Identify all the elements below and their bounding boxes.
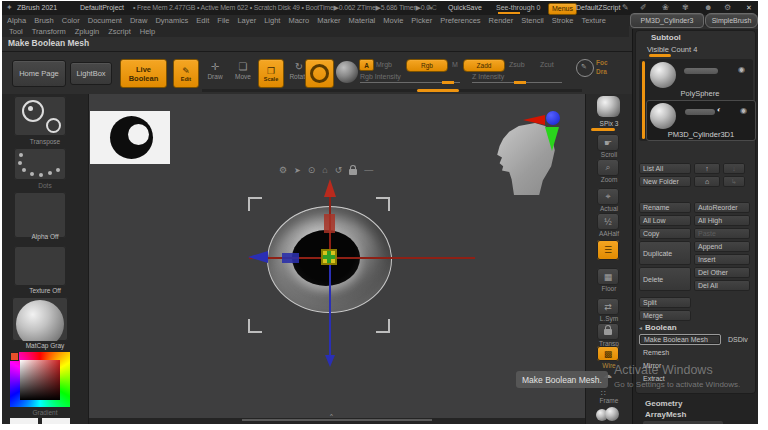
menu-macro[interactable]: Macro bbox=[288, 16, 309, 25]
current-brush-button[interactable]: SimpleBrush bbox=[705, 13, 758, 28]
zadd-slider[interactable]: Zadd bbox=[463, 59, 505, 72]
menu-tool[interactable]: Tool bbox=[9, 27, 23, 36]
bottom-tray-divider[interactable]: ^ bbox=[242, 419, 432, 421]
color-swatch-secondary[interactable] bbox=[42, 418, 70, 424]
stroke-thumbnail[interactable] bbox=[14, 148, 66, 180]
rgb-intensity-slider-nub[interactable] bbox=[442, 81, 454, 84]
wire-button[interactable]: ▩ bbox=[597, 346, 619, 361]
gizmo-red-handle[interactable] bbox=[324, 214, 335, 233]
color-swatch-primary[interactable] bbox=[10, 418, 38, 424]
z-intensity-slider-nub[interactable] bbox=[514, 81, 526, 84]
menu-zscript[interactable]: Zscript bbox=[108, 27, 131, 36]
subtool-widget-dashes[interactable] bbox=[685, 109, 715, 115]
scroll-button[interactable]: ☛ bbox=[597, 134, 619, 151]
material-sphere-icon[interactable] bbox=[336, 61, 358, 83]
menu-draw[interactable]: Draw bbox=[130, 16, 148, 25]
menu-file[interactable]: File bbox=[217, 16, 229, 25]
menus-button[interactable]: Menus bbox=[548, 3, 577, 15]
clipped-section-header[interactable] bbox=[643, 421, 723, 424]
delete-button[interactable]: Delete bbox=[639, 267, 691, 291]
see-through-slider-fill[interactable] bbox=[498, 12, 520, 14]
zsub-label[interactable]: Zsub bbox=[509, 61, 525, 68]
merge-button[interactable]: Merge bbox=[639, 310, 691, 321]
append-button[interactable]: Append bbox=[694, 241, 750, 252]
menu-texture[interactable]: Texture bbox=[581, 16, 606, 25]
subtool-widget-dashes[interactable] bbox=[684, 68, 718, 74]
menu-help[interactable]: Help bbox=[140, 27, 155, 36]
subtool-scrollbar[interactable] bbox=[642, 61, 645, 139]
actual-button[interactable]: ⌖ bbox=[597, 188, 619, 205]
menu-light[interactable]: Light bbox=[264, 16, 280, 25]
alpha-thumbnail[interactable] bbox=[14, 192, 66, 238]
menu-zplugin[interactable]: Zplugin bbox=[75, 27, 100, 36]
live-boolean-button[interactable]: Live Boolean bbox=[120, 59, 167, 88]
menu-layer[interactable]: Layer bbox=[237, 16, 256, 25]
list-all-button[interactable]: List All bbox=[639, 163, 691, 174]
menu-material[interactable]: Material bbox=[349, 16, 376, 25]
menu-movie[interactable]: Movie bbox=[383, 16, 403, 25]
paint-icon[interactable]: ◐ bbox=[717, 106, 721, 113]
folder-icon-button[interactable]: ⌂ bbox=[694, 176, 720, 187]
menu-render[interactable]: Render bbox=[489, 16, 514, 25]
copy-button[interactable]: Copy bbox=[639, 228, 691, 239]
rgb-intensity-label[interactable]: Rgb Intensity bbox=[360, 73, 401, 80]
default-zscript-button[interactable]: DefaultZScript bbox=[576, 4, 620, 11]
color-swatch-icon[interactable] bbox=[10, 352, 19, 361]
gizmo-cursor-icon[interactable]: ➤ bbox=[294, 166, 301, 175]
move-button[interactable]: ❏ Move bbox=[232, 61, 254, 80]
gizmo-blue-handle[interactable] bbox=[282, 253, 299, 263]
subtool-thumbnail[interactable] bbox=[650, 62, 676, 88]
edit-button[interactable]: ✎ Edit bbox=[173, 59, 199, 88]
move-up-button[interactable]: ↑ bbox=[694, 163, 720, 174]
all-high-button[interactable]: All High bbox=[694, 215, 750, 226]
subtool-title[interactable]: Subtool bbox=[651, 33, 681, 42]
eye-icon[interactable]: ◉ bbox=[738, 65, 745, 74]
aahalf-button[interactable]: ½ bbox=[597, 213, 619, 230]
subtool-row[interactable]: ◉ PolySphere bbox=[648, 60, 752, 99]
all-low-button[interactable]: All Low bbox=[639, 215, 691, 226]
home-page-button[interactable]: Home Page bbox=[12, 60, 66, 87]
gizmo-settings-gear-icon[interactable]: ⚙ bbox=[279, 165, 287, 175]
paste-button[interactable]: Paste bbox=[694, 228, 750, 239]
dsdiv-button[interactable]: DSDiv bbox=[724, 334, 752, 345]
axis-widget-red-arrow-icon[interactable] bbox=[523, 115, 545, 125]
current-tool-button[interactable]: PM3D_Cylinder3 bbox=[630, 13, 704, 28]
gizmo-collapse-icon[interactable]: — bbox=[364, 165, 373, 175]
color-picker-square[interactable] bbox=[20, 360, 60, 400]
axis-widget-blue-dot-icon[interactable] bbox=[546, 111, 560, 125]
rename-button[interactable]: Rename bbox=[639, 202, 691, 213]
zoom-button[interactable]: ⌕ bbox=[597, 159, 619, 176]
del-all-button[interactable]: Del All bbox=[694, 280, 750, 291]
autoreorder-button[interactable]: AutoReorder bbox=[694, 202, 750, 213]
gizmo-center-handle[interactable] bbox=[321, 249, 337, 265]
move-doc-button[interactable] bbox=[596, 407, 622, 423]
sculptris-pro-button[interactable] bbox=[305, 59, 334, 88]
menu-alpha[interactable]: Alpha bbox=[7, 16, 26, 25]
split-button[interactable]: Split bbox=[639, 297, 691, 308]
visible-count-slider[interactable]: Visible Count 4 bbox=[647, 45, 697, 54]
move-down-button[interactable]: ↓ bbox=[723, 163, 745, 174]
persp-button[interactable]: ☰ bbox=[597, 240, 619, 260]
bpr-render-button[interactable] bbox=[597, 96, 620, 117]
quick-pick-1-icon[interactable]: ✎ bbox=[622, 3, 629, 12]
lightbox-button[interactable]: LightBox bbox=[70, 62, 112, 85]
spix-label[interactable]: SPix 3 bbox=[586, 120, 632, 127]
z-intensity-slider[interactable] bbox=[472, 82, 562, 83]
menu-preferences[interactable]: Preferences bbox=[440, 16, 480, 25]
insert-button[interactable]: Insert bbox=[694, 254, 750, 265]
gizmo-blue-arrow-left[interactable] bbox=[248, 251, 268, 263]
eye-icon[interactable]: ◉ bbox=[740, 106, 747, 115]
axis-widget-green-arrow-icon[interactable] bbox=[545, 127, 559, 151]
draw-button[interactable]: ✛ Draw bbox=[204, 61, 226, 80]
mrgb-label[interactable]: Mrgb bbox=[376, 61, 392, 68]
shelf-scrollbar-thumb[interactable] bbox=[417, 89, 459, 92]
boolean-section-header[interactable]: Boolean bbox=[645, 323, 677, 332]
quicksave-button[interactable]: QuickSave bbox=[448, 4, 482, 11]
menu-brush[interactable]: Brush bbox=[34, 16, 54, 25]
floor-button[interactable]: ▦ bbox=[597, 268, 619, 285]
texture-thumbnail[interactable] bbox=[14, 246, 66, 286]
m-label[interactable]: M bbox=[452, 61, 458, 68]
gizmo-pin-icon[interactable]: ⊙ bbox=[308, 165, 316, 175]
section-collapse-arrow-icon[interactable]: ◂ bbox=[639, 324, 642, 331]
z-intensity-label[interactable]: Z Intensity bbox=[472, 73, 504, 80]
